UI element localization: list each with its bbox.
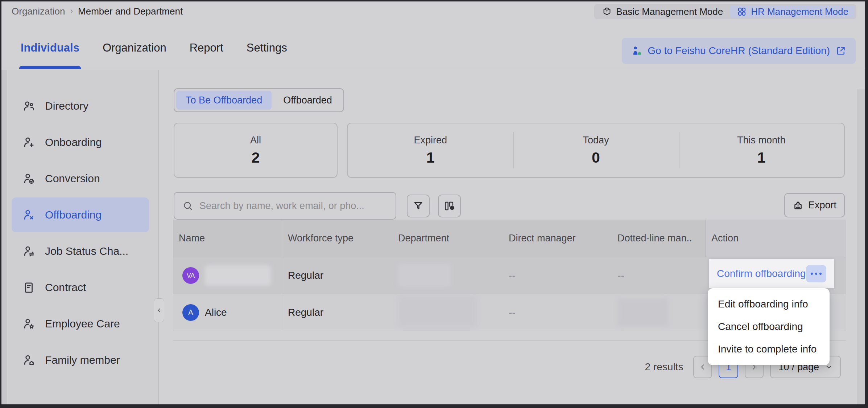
avatar: A bbox=[182, 304, 199, 321]
stat-month-value: 1 bbox=[757, 149, 765, 166]
offboarding-state-toggle: To Be Offboarded Offboarded bbox=[174, 88, 344, 112]
tab-list: Individuals Organization Report Settings bbox=[21, 21, 287, 69]
to-be-offboarded-label: To Be Offboarded bbox=[186, 95, 262, 106]
breadcrumb: Organization › Member and Department bbox=[12, 6, 183, 17]
stat-section-this-month[interactable]: This month 1 bbox=[679, 123, 844, 177]
management-mode-toggle: Basic Management Mode HR Management Mode bbox=[594, 4, 856, 19]
search-icon bbox=[182, 200, 193, 211]
menu-item-invite-to-complete-info[interactable]: Invite to complete info bbox=[708, 338, 830, 360]
stat-today-label: Today bbox=[583, 135, 609, 146]
sidebar-label: Conversion bbox=[45, 172, 100, 185]
hr-management-mode-button[interactable]: HR Management Mode bbox=[730, 5, 855, 18]
direct-manager-cell: -- bbox=[503, 294, 612, 331]
columns-gear-icon bbox=[443, 200, 455, 212]
stat-card-timeframes: Expired 1 Today 0 This month 1 bbox=[347, 123, 845, 178]
column-settings-button[interactable] bbox=[438, 195, 461, 217]
person-home-icon bbox=[22, 354, 35, 367]
stats-row: All 2 Expired 1 Today 0 This month 1 bbox=[174, 123, 845, 178]
column-header-department: Department bbox=[392, 220, 503, 257]
confirm-offboarding-link[interactable]: Confirm offboarding bbox=[717, 268, 806, 280]
menu-item-edit-offboarding-info[interactable]: Edit offboarding info bbox=[708, 293, 830, 315]
tab-settings[interactable]: Settings bbox=[247, 21, 287, 69]
sidebar-menu: Directory Onboarding Conversion Offboard… bbox=[12, 89, 149, 378]
sidebar-item-family-member[interactable]: Family member bbox=[12, 343, 149, 378]
tab-individuals[interactable]: Individuals bbox=[21, 21, 79, 69]
person-x-icon bbox=[22, 209, 35, 221]
chevron-left-icon bbox=[156, 307, 163, 314]
workforce-type-cell: Regular bbox=[282, 294, 392, 331]
sidebar-item-offboarding[interactable]: Offboarding bbox=[12, 197, 149, 232]
sidebar-item-employee-care[interactable]: Employee Care bbox=[12, 306, 149, 341]
sidebar-label: Job Status Cha... bbox=[45, 245, 128, 257]
stat-all-value: 2 bbox=[252, 149, 260, 166]
tab-organization-label: Organization bbox=[103, 41, 166, 54]
go-to-corehr-button[interactable]: Go to Feishu CoreHR (Standard Edition) bbox=[622, 38, 856, 64]
sidebar-item-job-status-change[interactable]: Job Status Cha... bbox=[12, 234, 149, 269]
search-input[interactable] bbox=[199, 200, 388, 212]
grid-icon bbox=[737, 7, 747, 17]
stat-section-today[interactable]: Today 0 bbox=[513, 123, 678, 177]
person-plus-icon bbox=[22, 136, 35, 149]
sidebar-label: Contract bbox=[45, 281, 86, 294]
stat-section-expired[interactable]: Expired 1 bbox=[348, 123, 513, 177]
tab-report-label: Report bbox=[190, 41, 223, 54]
menu-item-cancel-offboarding[interactable]: Cancel offboarding bbox=[708, 315, 830, 338]
stat-all-label: All bbox=[250, 135, 261, 146]
cube-icon bbox=[602, 7, 612, 17]
name-cell: A Alice bbox=[173, 294, 282, 331]
chevron-left-icon bbox=[698, 363, 707, 371]
stat-today-value: 0 bbox=[592, 149, 600, 166]
search-box bbox=[174, 192, 396, 220]
active-tab-underline bbox=[19, 66, 81, 69]
scrollbar-gutter[interactable] bbox=[857, 89, 865, 404]
sidebar-item-directory[interactable]: Directory bbox=[12, 89, 149, 123]
column-header-workforce-type: Workforce type bbox=[282, 220, 392, 257]
redacted-department bbox=[398, 296, 476, 327]
dotted-line-manager-cell bbox=[612, 294, 705, 331]
stat-expired-label: Expired bbox=[414, 135, 447, 146]
workforce-type-cell: Regular bbox=[282, 257, 392, 294]
sidebar-label: Onboarding bbox=[45, 136, 102, 148]
filter-button[interactable] bbox=[407, 195, 430, 217]
table-header-row: Name Workforce type Department Direct ma… bbox=[173, 220, 846, 257]
document-icon bbox=[22, 281, 35, 294]
breadcrumb-current: Member and Department bbox=[78, 6, 183, 17]
column-header-direct-manager: Direct manager bbox=[503, 220, 612, 257]
tab-organization[interactable]: Organization bbox=[103, 21, 166, 69]
department-cell bbox=[392, 257, 503, 294]
sidebar-label: Employee Care bbox=[45, 318, 120, 330]
sidebar-item-contract[interactable]: Contract bbox=[12, 270, 149, 305]
person-star-icon bbox=[22, 318, 35, 330]
external-link-icon bbox=[835, 45, 846, 56]
column-header-name: Name bbox=[173, 220, 282, 257]
top-bar: Organization › Member and Department Bas… bbox=[1, 1, 865, 21]
sidebar-label: Family member bbox=[45, 354, 120, 366]
basic-mode-label: Basic Management Mode bbox=[616, 6, 723, 17]
export-button[interactable]: Export bbox=[784, 193, 845, 217]
tab-settings-label: Settings bbox=[247, 41, 287, 54]
offboarded-tab[interactable]: Offboarded bbox=[274, 91, 342, 110]
more-actions-menu: Edit offboarding info Cancel offboarding… bbox=[708, 288, 830, 365]
tab-report[interactable]: Report bbox=[190, 21, 223, 69]
more-actions-button[interactable] bbox=[806, 265, 826, 282]
sidebar-label: Offboarding bbox=[45, 209, 102, 221]
sidebar-item-onboarding[interactable]: Onboarding bbox=[12, 125, 149, 160]
row-action-panel: Confirm offboarding bbox=[709, 259, 834, 288]
tab-individuals-label: Individuals bbox=[21, 41, 79, 54]
ellipsis-icon bbox=[819, 273, 822, 275]
sidebar-item-conversion[interactable]: Conversion bbox=[12, 161, 149, 196]
person-check-icon bbox=[22, 172, 35, 185]
stat-card-all[interactable]: All 2 bbox=[174, 123, 338, 178]
to-be-offboarded-tab[interactable]: To Be Offboarded bbox=[176, 91, 272, 110]
direct-manager-cell: -- bbox=[503, 257, 612, 294]
sidebar-label: Directory bbox=[45, 100, 88, 112]
breadcrumb-organization[interactable]: Organization bbox=[12, 6, 65, 17]
dotted-line-manager-cell: -- bbox=[612, 257, 705, 294]
main-content: To Be Offboarded Offboarded All 2 Expire… bbox=[159, 70, 865, 404]
ellipsis-icon bbox=[811, 273, 813, 275]
name-cell: VA bbox=[173, 257, 282, 294]
sidebar: Directory Onboarding Conversion Offboard… bbox=[1, 70, 159, 404]
basic-management-mode-button[interactable]: Basic Management Mode bbox=[595, 5, 729, 18]
app-window: Organization › Member and Department Bas… bbox=[1, 1, 865, 404]
sidebar-collapse-handle[interactable] bbox=[154, 298, 164, 322]
